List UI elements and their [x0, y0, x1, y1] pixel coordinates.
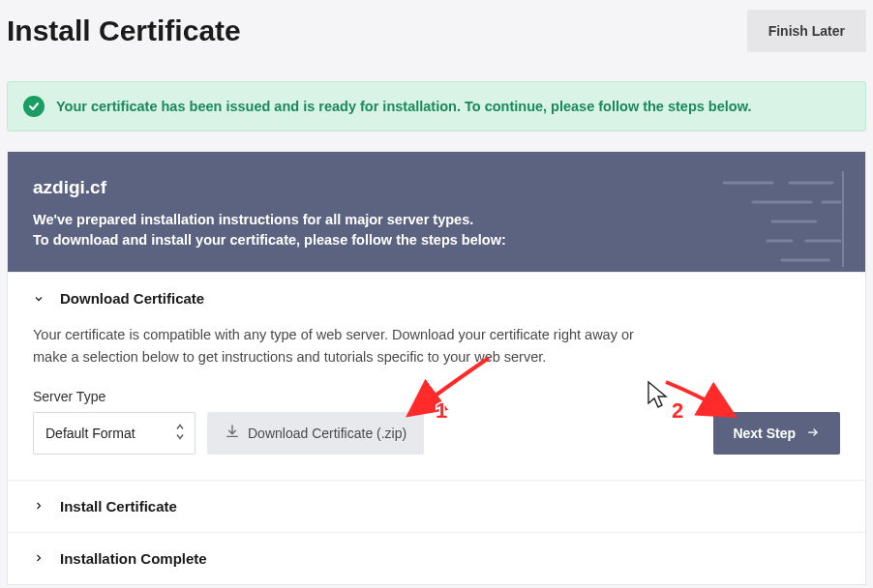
server-type-value: Default Format: [45, 426, 135, 441]
page-title: Install Certificate: [7, 15, 241, 47]
section-header-complete[interactable]: Installation Complete: [8, 533, 865, 584]
download-button-label: Download Certificate (.zip): [248, 426, 406, 441]
success-alert-text: Your certificate has been issued and is …: [56, 99, 751, 114]
section-install: Install Certificate: [8, 480, 865, 532]
section-title-download: Download Certificate: [60, 290, 204, 307]
panel-hero: azdigi.cf We've prepared installation in…: [8, 152, 865, 272]
next-step-button[interactable]: Next Step: [713, 412, 840, 455]
section-title-install: Install Certificate: [60, 498, 177, 514]
install-panel: azdigi.cf We've prepared installation in…: [7, 151, 866, 585]
chevron-right-icon: [33, 500, 45, 512]
chevron-right-icon: [33, 552, 45, 564]
hero-line-1: We've prepared installation instructions…: [33, 210, 840, 230]
finish-later-button[interactable]: Finish Later: [747, 10, 866, 52]
download-certificate-button[interactable]: Download Certificate (.zip): [207, 412, 424, 455]
chevron-down-icon: [33, 293, 45, 305]
check-circle-icon: [23, 96, 45, 117]
server-type-select[interactable]: Default Format: [33, 412, 196, 455]
server-type-label: Server Type: [33, 389, 840, 404]
domain-name: azdigi.cf: [33, 177, 840, 198]
download-icon: [225, 424, 240, 442]
section-complete: Installation Complete: [8, 532, 865, 584]
section-header-install[interactable]: Install Certificate: [8, 481, 865, 532]
arrow-right-icon: [805, 426, 821, 441]
select-caret-icon: [175, 423, 185, 443]
download-description: Your certificate is compatible with any …: [33, 324, 652, 368]
section-download: Download Certificate Your certificate is…: [8, 272, 865, 480]
section-header-download[interactable]: Download Certificate: [8, 273, 865, 324]
success-alert: Your certificate has been issued and is …: [7, 81, 866, 132]
next-step-label: Next Step: [733, 426, 796, 441]
hero-line-2: To download and install your certificate…: [33, 230, 840, 250]
section-title-complete: Installation Complete: [60, 550, 207, 567]
